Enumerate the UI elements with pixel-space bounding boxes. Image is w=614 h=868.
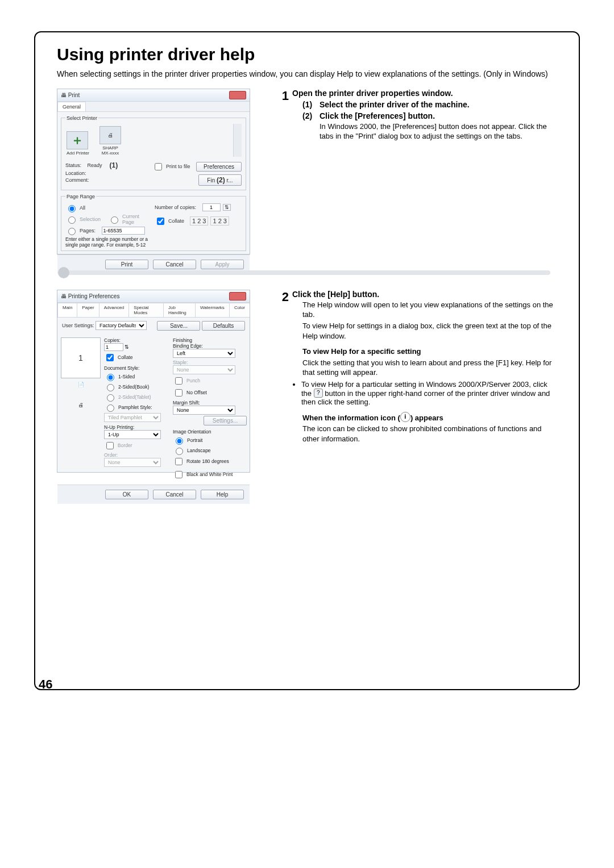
step-1-number: 1 [273, 89, 289, 141]
collate-checkbox [157, 218, 164, 225]
paper-preview: 1 [61, 337, 101, 378]
annot-1: (1) [110, 161, 118, 169]
settings-button: Settings... [204, 416, 247, 425]
print-icon: 🖶 Print [61, 92, 80, 98]
spec-body: Click the setting that you wish to learn… [302, 358, 557, 378]
pages-input [102, 227, 145, 235]
preferences-button: Preferences [196, 162, 242, 172]
page-title: Using printer driver help [57, 45, 557, 64]
margin-select: None [173, 406, 235, 415]
copies-input [202, 203, 221, 211]
step-2-body1: The Help window will open to let you vie… [302, 300, 557, 320]
sub-2-body: In Windows 2000, the [Preferences] butto… [320, 122, 557, 141]
tray-icon: 📄 [61, 382, 101, 399]
question-icon: ? [314, 389, 323, 398]
note-bullet: To view Help for a particular setting in… [301, 380, 557, 406]
print-dialog-screenshot: 🖶 Print General Select Printer ＋ Add Pri… [57, 89, 250, 254]
printer-icon: 🖨 [99, 126, 121, 144]
sub-2-title: Click the [Preferences] button. [320, 111, 557, 120]
range-current-radio [111, 216, 118, 224]
range-pages-radio [68, 228, 76, 235]
info-icon: i [400, 412, 410, 422]
nup-select: 1-Up [104, 430, 161, 439]
collate-icon: 1 2 3 [190, 216, 208, 226]
defaults-button: Defaults [202, 321, 245, 331]
cancel-button: Cancel [153, 260, 196, 269]
range-all-radio [68, 205, 76, 212]
apply-button: Apply [201, 260, 244, 269]
spec-head: To view Help for a specific setting [302, 347, 557, 357]
scrollbar [233, 124, 242, 157]
user-settings-select: Factory Defaults [96, 321, 147, 330]
preferences-screenshot: 🖶 Printing Preferences MainPaperAdvanced… [57, 290, 250, 473]
range-selection-radio [68, 216, 76, 224]
collate-icon: 1 2 3 [210, 216, 229, 226]
binding-select: Left [173, 349, 235, 358]
prefs-tabs: MainPaperAdvancedSpecial ModesJob Handli… [57, 303, 250, 318]
close-icon [229, 91, 246, 99]
page-frame: Using printer driver help When selecting… [34, 31, 580, 690]
finisher-icon: 🖨 [61, 402, 101, 433]
step-2-number: 2 [273, 290, 289, 444]
cancel-button: Cancel [153, 490, 196, 499]
step-2-title: Click the [Help] button. [292, 290, 557, 299]
section-divider [64, 270, 550, 286]
collate-checkbox [106, 354, 114, 361]
prefs-icon: 🖶 Printing Preferences [61, 293, 119, 299]
help-button: Help [201, 490, 244, 499]
save-button: Save... [157, 321, 200, 331]
select-printer-group: Select Printer ＋ Add Printer 🖨 SHARPMX-x… [61, 115, 246, 190]
page-range-group: Page Range All Selection Current Page Pa… [61, 194, 246, 251]
find-printer-button: Fin (2) r... [198, 174, 242, 186]
ok-button: OK [105, 490, 148, 499]
spinner-icon: ⇅ [223, 204, 231, 211]
info-head: When the information icon (i) appears [302, 412, 557, 423]
info-body: The icon can be clicked to show prohibit… [302, 424, 557, 444]
add-printer-icon: ＋ [67, 131, 88, 149]
close-icon [229, 292, 246, 301]
tiled-select: Tiled Pamphlet [104, 413, 161, 422]
intro-text: When selecting settings in the printer d… [57, 69, 557, 80]
tab-general: General [57, 102, 250, 112]
step-1-title: Open the printer driver properties windo… [292, 89, 557, 98]
print-to-file-checkbox [155, 163, 162, 170]
print-button: Print [105, 260, 148, 269]
page-number: 46 [39, 677, 52, 692]
step-2-body2: To view Help for settings in a dialog bo… [302, 321, 557, 341]
copies-input [104, 343, 123, 351]
